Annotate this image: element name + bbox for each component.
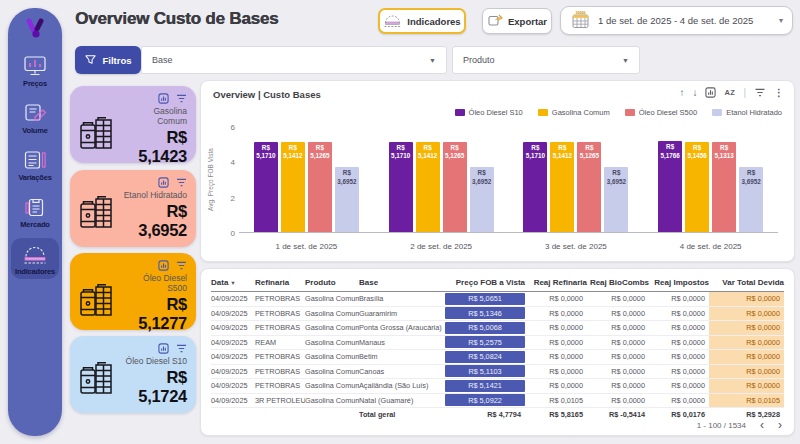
bar-etanolhidratado[interactable]: R$ 3,6952	[335, 167, 359, 232]
x-axis-category-label: 3 de set. de 2025	[516, 242, 636, 251]
exportar-button-label: Exportar	[508, 16, 547, 27]
base-dropdown[interactable]: Base ▼	[141, 46, 447, 74]
bar-oleodiesels10[interactable]: R$ 5,1710	[523, 142, 547, 232]
bar-value-label: R$ 5,1412	[416, 144, 440, 160]
column-header-data[interactable]: Data▼	[211, 278, 255, 287]
bar-group-1: R$ 5,1710R$ 5,1412R$ 5,1265R$ 3,6952	[254, 127, 359, 232]
bar-gasolinacomum[interactable]: R$ 5,1412	[416, 142, 440, 232]
kpi-card-body: Etanol HidratadoR$ 3,6952	[77, 190, 187, 240]
mini-filter-icon[interactable]	[176, 259, 187, 271]
bar-oleodiesels10[interactable]: R$ 5,1766	[658, 141, 682, 232]
chart-type-icon[interactable]	[705, 87, 716, 98]
kpi-card-oleodiesels10[interactable]: Óleo Diesel S10R$ 5,1724	[70, 336, 196, 413]
legend-label: Etanol Hidratado	[726, 108, 782, 117]
table-cell: Gasolina Comum	[305, 338, 359, 347]
exportar-button[interactable]: Exportar	[482, 8, 552, 34]
bar-oleodiesels10[interactable]: R$ 5,1710	[389, 142, 413, 232]
arrow-up-icon[interactable]: ↑	[679, 87, 684, 98]
sidebar-item-indicadores[interactable]: Indicadores	[11, 238, 59, 279]
kpi-card-gasolinacomum[interactable]: Gasolina ComumR$ 5,1423	[70, 86, 196, 163]
column-header-reajimpostos[interactable]: Reaj Impostos	[649, 278, 709, 287]
bar-oleodiesels500[interactable]: R$ 5,1265	[577, 142, 601, 232]
sidebar-item-label: Mercado	[20, 220, 49, 229]
chevron-left-icon[interactable]: ‹	[760, 419, 764, 431]
table-row[interactable]: 04/09/2025PETROBRASGasolina ComumAçailân…	[211, 379, 784, 394]
bar-oleodiesels500[interactable]: R$ 5,1313	[712, 142, 736, 232]
legend-item-oleodiesels10[interactable]: Óleo Diesel S10	[455, 108, 523, 117]
date-range-picker[interactable]: 10000 1 de set. de 2025 - 4 de set. de 2…	[560, 6, 793, 35]
column-header-vartotaldevida[interactable]: Var Total Devida	[709, 278, 784, 287]
bar-oleodiesels500[interactable]: R$ 5,1265	[308, 142, 332, 232]
sort-az-icon[interactable]: AZ	[724, 88, 735, 97]
bar-group-4: R$ 5,1766R$ 5,1456R$ 5,1313R$ 3,6952	[658, 127, 763, 232]
bar-gasolinacomum[interactable]: R$ 5,1412	[281, 142, 305, 232]
column-header-precofobavista[interactable]: Preço FOB a Vista	[445, 278, 525, 287]
table-cell: Ponta Grossa (Araucária)	[359, 323, 445, 332]
sidebar-item-mercado[interactable]: Mercado	[11, 191, 59, 232]
kpi-product-label: Etanol Hidratado	[122, 190, 187, 200]
column-header-refinaria[interactable]: Refinaria	[255, 278, 305, 287]
table-row[interactable]: 04/09/20253R PETROLEUMGasolina ComumNata…	[211, 394, 784, 409]
sidebar-item-volume[interactable]: Volume	[11, 97, 59, 138]
table-row[interactable]: 04/09/2025PETROBRASGasolina ComumPonta G…	[211, 321, 784, 336]
mini-chart-icon[interactable]	[158, 176, 169, 188]
table-row[interactable]: 04/09/2025REAMGasolina ComumManausR$ 5,2…	[211, 336, 784, 351]
kpi-card-body: Óleo Diesel S500R$ 5,1277	[77, 273, 187, 333]
filtros-button[interactable]: Filtros	[75, 46, 141, 74]
table-row[interactable]: 04/09/2025PETROBRASGasolina ComumGuarami…	[211, 307, 784, 322]
legend-item-gasolinacomum[interactable]: Gasolina Comum	[538, 108, 610, 117]
mini-chart-icon[interactable]	[158, 259, 169, 271]
indicadores-button[interactable]: Indicadores	[378, 8, 466, 34]
kpi-value: R$ 5,1724	[122, 368, 187, 406]
chevron-right-icon[interactable]: ›	[778, 419, 782, 431]
kpi-card-text: Óleo Diesel S500R$ 5,1277	[122, 273, 187, 333]
bar-value-label: R$ 5,1313	[712, 144, 736, 160]
bar-oleodiesels10[interactable]: R$ 5,1710	[254, 142, 278, 232]
column-header-reajrefinaria[interactable]: Reaj Refinaria	[525, 278, 587, 287]
mini-chart-icon[interactable]	[158, 92, 169, 104]
kpi-card-etanolhidratado[interactable]: Etanol HidratadoR$ 3,6952	[70, 170, 196, 247]
produto-dropdown[interactable]: Produto ▼	[452, 46, 640, 74]
column-header-label: Reaj Refinaria	[534, 278, 587, 287]
table-row[interactable]: 04/09/2025PETROBRASGasolina ComumCanoasR…	[211, 365, 784, 380]
sidebar-item-variacoes[interactable]: Variações	[11, 144, 59, 185]
table-row[interactable]: 04/09/2025PETROBRASGasolina ComumBetimR$…	[211, 350, 784, 365]
bar-value-label: R$ 5,1710	[254, 144, 278, 160]
column-header-reajbiocombs[interactable]: Reaj BioCombs	[587, 278, 649, 287]
table-cell: Gasolina Comum	[305, 381, 359, 390]
table-cell: Açailândia (São Luís)	[359, 381, 445, 390]
mini-filter-icon[interactable]	[176, 342, 187, 354]
arrow-down-icon[interactable]: ↓	[692, 87, 697, 98]
app-logo-icon[interactable]	[21, 16, 49, 46]
bar-etanolhidratado[interactable]: R$ 3,6952	[604, 167, 628, 232]
bar-value-label: R$ 3,6952	[604, 169, 628, 185]
mini-chart-icon[interactable]	[158, 342, 169, 354]
kpi-card-oleodiesels500[interactable]: Óleo Diesel S500R$ 5,1277	[70, 253, 196, 330]
table-cell: Manaus	[359, 338, 445, 347]
legend-label: Óleo Diesel S500	[639, 108, 697, 117]
bar-gasolinacomum[interactable]: R$ 5,1412	[550, 142, 574, 232]
bar-etanolhidratado[interactable]: R$ 3,6952	[739, 167, 763, 232]
sidebar-item-precos[interactable]: Preços	[11, 50, 59, 91]
table-cell: PETROBRAS	[255, 352, 305, 361]
column-header-produto[interactable]: Produto	[305, 278, 359, 287]
bar-oleodiesels500[interactable]: R$ 5,1265	[443, 142, 467, 232]
kpi-value: R$ 5,1423	[122, 128, 187, 166]
table-row[interactable]: 04/09/2025PETROBRASGasolina ComumBrasíli…	[211, 292, 784, 307]
bar-etanolhidratado[interactable]: R$ 3,6952	[470, 167, 494, 232]
filter-lines-icon[interactable]	[754, 88, 766, 97]
toolbar-divider: |	[743, 87, 746, 98]
table-cell: R$ 0,0000	[525, 352, 587, 361]
kebab-menu-icon[interactable]: ⋮	[774, 87, 784, 98]
table-cell: R$ 0,0000	[649, 396, 709, 405]
mini-filter-icon[interactable]	[176, 92, 187, 104]
legend-item-oleodiesels500[interactable]: Óleo Diesel S500	[625, 108, 697, 117]
bar-gasolinacomum[interactable]: R$ 5,1456	[685, 142, 709, 232]
sidebar-item-label: Variações	[18, 173, 51, 182]
column-header-base[interactable]: Base	[359, 278, 445, 287]
mini-filter-icon[interactable]	[176, 176, 187, 188]
y-tick-label: 0	[231, 229, 235, 238]
legend-item-etanolhidratado[interactable]: Etanol Hidratado	[712, 108, 782, 117]
chart-x-axis-labels: 1 de set. de 20252 de set. de 20253 de s…	[239, 242, 778, 251]
bar-value-label: R$ 5,1412	[281, 144, 305, 160]
